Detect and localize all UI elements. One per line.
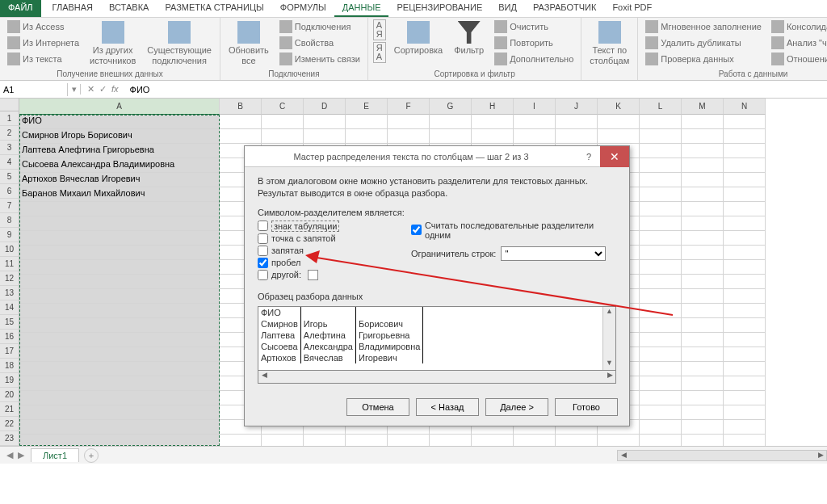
cell[interactable] [640, 158, 682, 173]
cell[interactable] [682, 202, 724, 216]
menu-data[interactable]: ДАННЫЕ [334, 0, 389, 17]
cell[interactable] [640, 304, 682, 318]
cell[interactable] [682, 129, 724, 144]
treat-consecutive[interactable]: Считать последовательные разделители одн… [411, 220, 616, 240]
cell[interactable] [724, 362, 766, 376]
col-header[interactable]: N [724, 99, 766, 115]
menu-insert[interactable]: ВСТАВКА [101, 0, 157, 17]
cell[interactable] [19, 376, 220, 391]
add-sheet-button[interactable]: + [84, 448, 99, 463]
row-header[interactable]: 15 [0, 315, 19, 330]
btn-existing-conn[interactable]: Существующие подключения [144, 19, 215, 68]
cell[interactable] [682, 362, 724, 376]
cell[interactable] [724, 333, 766, 347]
btn-properties[interactable]: Свойства [277, 36, 363, 50]
btn-other-sources[interactable]: Из других источников [86, 19, 139, 68]
name-box[interactable]: A1 [0, 83, 68, 96]
cell[interactable]: Лаптева Алефтина Григорьевна [19, 144, 220, 158]
btn-filter[interactable]: Фильтр [451, 19, 487, 57]
cell[interactable] [682, 173, 724, 187]
cell[interactable] [19, 304, 220, 318]
tab-next-icon[interactable]: ▶ [18, 450, 24, 460]
cell[interactable] [19, 435, 220, 446]
cell[interactable] [514, 115, 556, 129]
tab-prev-icon[interactable]: ◀ [6, 450, 13, 460]
cell[interactable] [724, 405, 766, 420]
cell[interactable] [19, 391, 220, 405]
cell[interactable] [682, 275, 724, 289]
cell[interactable]: Артюхов Вячеслав Игоревич [19, 173, 220, 187]
cell[interactable] [724, 246, 766, 260]
cell[interactable] [430, 435, 472, 446]
row-header[interactable]: 2 [0, 126, 19, 141]
scroll-down-icon[interactable]: ▼ [603, 359, 615, 370]
cell[interactable] [682, 304, 724, 318]
cell[interactable] [19, 289, 220, 304]
cell[interactable] [724, 289, 766, 304]
cell[interactable] [682, 144, 724, 158]
cell[interactable] [682, 158, 724, 173]
row-header[interactable]: 17 [0, 344, 19, 359]
cell[interactable] [682, 420, 724, 435]
row-header[interactable]: 6 [0, 184, 19, 199]
btn-sort-za[interactable]: Я А [373, 42, 386, 63]
enter-icon[interactable]: ✓ [99, 84, 107, 94]
row-header[interactable]: 16 [0, 330, 19, 344]
preview-hscroll[interactable]: ◀ ▶ [258, 371, 616, 384]
cell[interactable] [640, 144, 682, 158]
cell[interactable] [724, 173, 766, 187]
cell[interactable] [682, 376, 724, 391]
cell[interactable] [19, 202, 220, 216]
scroll-right-icon[interactable]: ▶ [604, 371, 615, 383]
btn-from-web[interactable]: Из Интернета [5, 36, 82, 50]
cell[interactable] [682, 405, 724, 420]
cell[interactable] [19, 405, 220, 420]
cell[interactable] [724, 158, 766, 173]
cell[interactable] [304, 115, 346, 129]
cell[interactable] [304, 435, 346, 446]
cancel-icon[interactable]: ✕ [87, 84, 94, 94]
menu-review[interactable]: РЕЦЕНЗИРОВАНИЕ [388, 0, 490, 17]
row-header[interactable]: 12 [0, 271, 19, 286]
dialog-close-button[interactable]: ✕ [600, 146, 629, 167]
back-button[interactable]: < Назад [416, 398, 479, 416]
cell[interactable] [640, 333, 682, 347]
cell[interactable] [514, 435, 556, 446]
col-header[interactable]: M [682, 99, 724, 115]
col-header[interactable]: D [304, 99, 346, 115]
btn-from-text[interactable]: Из текста [5, 52, 82, 66]
cell[interactable] [19, 420, 220, 435]
col-header[interactable]: J [556, 99, 598, 115]
btn-consolidate[interactable]: Консолидация [769, 19, 827, 34]
cell[interactable] [682, 187, 724, 202]
row-header[interactable]: 23 [0, 431, 19, 446]
cell[interactable] [19, 347, 220, 362]
btn-flash-fill[interactable]: Мгновенное заполнение [643, 19, 764, 34]
cell[interactable] [640, 129, 682, 144]
btn-sort[interactable]: Сортировка [391, 19, 446, 57]
row-header[interactable]: 20 [0, 388, 19, 402]
btn-from-access[interactable]: Из Access [5, 19, 82, 34]
btn-text-to-columns[interactable]: Текст по столбцам [586, 19, 632, 68]
select-all-corner[interactable] [0, 99, 19, 111]
menu-foxit[interactable]: Foxit PDF [604, 0, 660, 17]
cell[interactable] [640, 420, 682, 435]
cell[interactable]: Баранов Михаил Михайлович [19, 187, 220, 202]
cell[interactable] [682, 260, 724, 275]
row-header[interactable]: 7 [0, 199, 19, 213]
cell[interactable] [640, 347, 682, 362]
delim-tab[interactable]: знак табуляции [258, 220, 395, 232]
cell[interactable] [388, 435, 430, 446]
cell[interactable] [724, 376, 766, 391]
col-header[interactable]: E [346, 99, 388, 115]
col-header[interactable]: C [262, 99, 304, 115]
cell[interactable] [472, 115, 514, 129]
cancel-button[interactable]: Отмена [346, 398, 409, 416]
cell[interactable] [346, 115, 388, 129]
row-header[interactable]: 18 [0, 359, 19, 373]
cell[interactable] [262, 115, 304, 129]
cell[interactable] [682, 216, 724, 231]
cell[interactable] [640, 173, 682, 187]
cell[interactable] [724, 318, 766, 333]
row-header[interactable]: 5 [0, 170, 19, 184]
